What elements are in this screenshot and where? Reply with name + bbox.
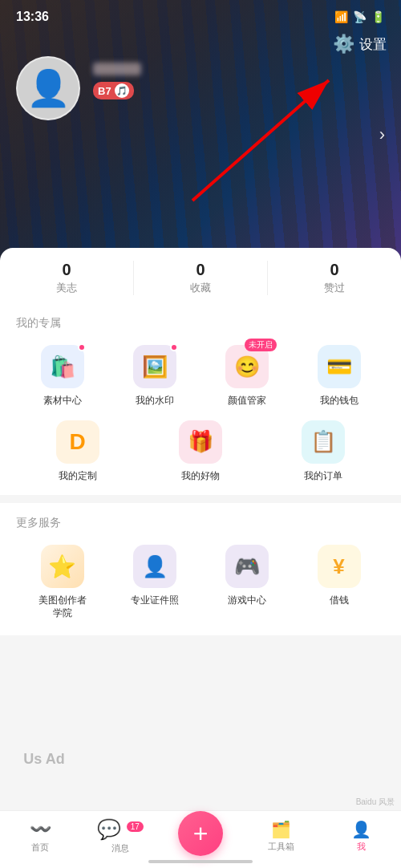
liked-count: 0	[268, 261, 401, 279]
game-label: 游戏中心	[228, 594, 266, 607]
academy-label: 美图创作者 学院	[38, 594, 87, 619]
watermark-label: 我的水印	[136, 395, 174, 408]
nav-item-me[interactable]: 👤 我	[321, 820, 401, 853]
level-text: B7	[98, 85, 111, 97]
liked-stat[interactable]: 0 赞过	[268, 261, 401, 295]
services-title: 更多服务	[16, 516, 385, 530]
photo-icon: 👤	[133, 545, 176, 588]
message-label: 消息	[111, 842, 129, 854]
settings-label: 设置	[359, 35, 387, 54]
collect-label: 收藏	[134, 281, 267, 295]
meizhio-stat[interactable]: 0 美志	[0, 261, 133, 295]
grid-item-sucai[interactable]: 🛍️ 素材中心	[16, 345, 108, 408]
home-icon: 〰️	[30, 819, 51, 840]
academy-icon: ⭐	[41, 545, 84, 588]
grid-item-loan[interactable]: ¥ 借钱	[293, 545, 385, 619]
order-label: 我的订单	[304, 470, 342, 483]
services-grid: ⭐ 美图创作者 学院 👤 专业证件照 🎮 游戏中心 ¥ 借钱	[16, 545, 385, 619]
wallet-icon: 💳	[318, 345, 361, 388]
profile-area: 👤 B7 🎵 ›	[16, 56, 385, 120]
exclusive-grid-row1: 🛍️ 素材中心 🖼️ 我的水印 😊 未开启 颜值管家 💳 我的钱包	[16, 345, 385, 408]
us-ad-banner: Us Ad	[0, 713, 88, 805]
yanzhi-label: 颜值管家	[228, 395, 266, 408]
collect-stat[interactable]: 0 收藏	[134, 261, 267, 295]
profile-info: B7 🎵	[93, 56, 385, 99]
signal-icon: 📶	[334, 10, 348, 23]
my-exclusive-section: 我的专属 🛍️ 素材中心 🖼️ 我的水印 😊 未开启 颜值管家	[0, 305, 401, 495]
level-badge: B7 🎵	[93, 82, 134, 99]
status-icons: 📶 📡 🔋	[334, 10, 385, 23]
dinzhi-icon: D	[56, 420, 99, 464]
haowu-icon: 🎁	[179, 420, 222, 464]
liked-label: 赞过	[268, 281, 401, 295]
order-icon: 📋	[302, 420, 345, 464]
message-badge: 17	[127, 821, 144, 832]
photo-label: 专业证件照	[131, 594, 179, 607]
watermark-label: Baidu 风景	[356, 797, 395, 806]
grid-item-wallet[interactable]: 💳 我的钱包	[293, 345, 385, 408]
home-label: 首页	[31, 842, 49, 854]
toolbox-label: 工具箱	[268, 841, 294, 853]
wifi-icon: 📡	[353, 10, 367, 23]
grid-item-order[interactable]: 📋 我的订单	[262, 420, 385, 483]
grid-item-game[interactable]: 🎮 游戏中心	[200, 545, 293, 619]
grid-item-yanzhi[interactable]: 😊 未开启 颜值管家	[200, 345, 293, 408]
header-background: 13:36 📶 📡 🔋 ⚙️ 设置 👤 B7 🎵	[0, 0, 401, 305]
grid-item-academy[interactable]: ⭐ 美图创作者 学院	[16, 545, 108, 619]
loan-icon: ¥	[318, 545, 361, 588]
battery-icon: 🔋	[371, 10, 385, 23]
settings-button[interactable]: ⚙️ 设置	[333, 34, 387, 55]
sucai-label: 素材中心	[43, 395, 82, 408]
status-bar: 13:36 📶 📡 🔋	[0, 0, 401, 24]
nav-item-home[interactable]: 〰️ 首页	[0, 819, 80, 854]
meizhio-count: 0	[0, 261, 133, 279]
gear-icon: ⚙️	[333, 34, 354, 55]
create-button[interactable]: +	[178, 811, 223, 856]
grid-item-haowu[interactable]: 🎁 我的好物	[139, 420, 261, 483]
dot-badge-watermark	[170, 343, 178, 351]
loan-label: 借钱	[330, 594, 349, 607]
avatar-icon: 👤	[26, 71, 71, 106]
me-icon: 👤	[351, 820, 371, 839]
game-icon: 🎮	[225, 545, 269, 588]
exclusive-title: 我的专属	[16, 316, 385, 331]
stats-row: 0 美志 0 收藏 0 赞过	[0, 248, 401, 305]
nav-item-message[interactable]: 💬 17 消息	[80, 818, 160, 854]
username-blurred	[93, 63, 141, 75]
message-icon: 💬	[97, 818, 121, 840]
more-services-section: 更多服务 ⭐ 美图创作者 学院 👤 专业证件照 🎮 游戏中心 ¥ 借钱	[0, 503, 401, 635]
avatar[interactable]: 👤	[16, 56, 80, 120]
level-icon: 🎵	[115, 83, 129, 98]
exclusive-grid-row2: D 我的定制 🎁 我的好物 📋 我的订单	[16, 420, 385, 483]
grid-item-watermark[interactable]: 🖼️ 我的水印	[108, 345, 200, 408]
yanzhi-icon: 😊 未开启	[225, 345, 269, 388]
haowu-label: 我的好物	[181, 470, 220, 483]
nav-item-toolbox[interactable]: 🗂️ 工具箱	[241, 820, 321, 853]
plus-icon: +	[193, 821, 209, 846]
sucai-icon: 🛍️	[41, 345, 84, 388]
nav-item-create[interactable]: +	[160, 811, 241, 862]
chevron-right-icon[interactable]: ›	[379, 124, 385, 145]
me-label: 我	[357, 841, 366, 853]
not-open-badge: 未开启	[245, 339, 277, 351]
dinzhi-label: 我的定制	[59, 470, 97, 483]
grid-item-photo[interactable]: 👤 专业证件照	[108, 545, 200, 619]
time-display: 13:36	[16, 10, 49, 24]
watermark-icon: 🖼️	[133, 345, 176, 388]
dot-badge-sucai	[78, 343, 86, 351]
collect-count: 0	[134, 261, 267, 279]
meizhio-label: 美志	[0, 281, 133, 295]
home-indicator	[148, 860, 253, 863]
grid-item-dinzhi[interactable]: D 我的定制	[16, 420, 139, 483]
toolbox-icon: 🗂️	[271, 820, 291, 839]
username-row	[93, 63, 385, 75]
watermark-text: Baidu 风景	[356, 797, 395, 808]
wallet-label: 我的钱包	[320, 395, 358, 408]
